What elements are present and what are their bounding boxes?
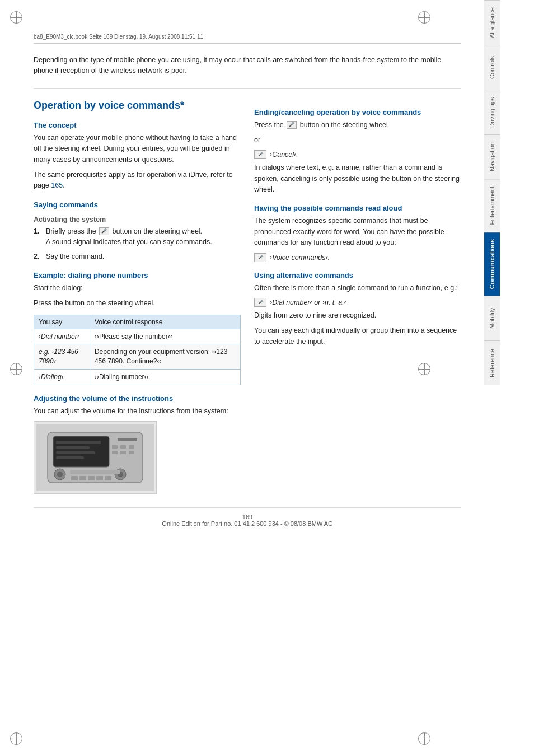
table-header-say: You say xyxy=(34,315,90,329)
sidebar-tab-driving-tips[interactable]: Driving tips xyxy=(484,90,500,134)
table-header-response: Voice control response xyxy=(90,315,240,329)
voice-icon-commands: 🎤 xyxy=(254,253,266,262)
svg-rect-14 xyxy=(129,445,134,449)
svg-rect-12 xyxy=(112,445,118,449)
svg-rect-5 xyxy=(56,451,95,454)
voice-commands-text: ›Voice commands‹. xyxy=(270,254,330,262)
table-row: e.g. ›123 456 7890‹Depending on your equ… xyxy=(34,344,241,370)
svg-rect-19 xyxy=(71,476,78,480)
step-2: 2. Say the command. xyxy=(34,251,241,262)
page-165-link[interactable]: 165 xyxy=(51,181,63,189)
read-aloud-heading: Having the possible commands read aloud xyxy=(254,204,461,212)
main-section-title: Operation by voice commands* xyxy=(34,99,241,112)
svg-rect-17 xyxy=(129,451,134,454)
sidebar-tab-mobility[interactable]: Mobility xyxy=(484,296,500,340)
cancel-command: 🎤 ›Cancel‹. xyxy=(254,150,461,159)
voice-icon-dial: 🎤 xyxy=(254,298,266,307)
corner-mark-ml xyxy=(10,363,22,375)
sidebar-tab-reference[interactable]: Reference xyxy=(484,340,500,385)
table-cell-say: ›Dialing‹ xyxy=(34,370,90,385)
dial-number-alt-cmd: 🎤 ›Dial number‹ or ›n. t. a.‹ xyxy=(254,298,461,307)
step-1: 1. Briefly press the 🎤 button on the ste… xyxy=(34,226,241,248)
svg-rect-16 xyxy=(120,451,126,454)
sidebar-tab-at-a-glance[interactable]: At a glance xyxy=(484,0,500,45)
table-cell-response: ››Please say the number‹‹ xyxy=(90,329,240,344)
corner-mark-mr xyxy=(418,363,430,375)
concept-heading: The concept xyxy=(34,121,241,129)
svg-rect-18 xyxy=(70,470,120,474)
corner-mark-tl xyxy=(10,11,22,24)
table-cell-say: ›Dial number‹ xyxy=(34,329,90,344)
svg-rect-3 xyxy=(56,441,101,444)
chapter-sidebar: At a glanceControlsDriving tipsNavigatio… xyxy=(484,0,534,756)
dialog-table: You say Voice control response ›Dial num… xyxy=(34,315,241,385)
saying-commands-heading: Saying commands xyxy=(34,200,241,209)
svg-rect-6 xyxy=(56,456,84,459)
alt-commands-para2: Digits from zero to nine are recognized. xyxy=(254,310,461,321)
svg-point-8 xyxy=(57,472,63,477)
dial-alt-text: ›Dial number‹ or ›n. t. a.‹ xyxy=(270,298,346,306)
alt-commands-heading: Using alternative commands xyxy=(254,271,461,279)
sidebar-tab-communications[interactable]: Communications xyxy=(484,232,500,296)
adjusting-volume-text: You can adjust the volume for the instru… xyxy=(34,406,241,417)
alt-commands-para1: Often there is more than a single comman… xyxy=(254,283,461,293)
divider xyxy=(34,88,461,89)
table-cell-response: ››Dialing number‹‹ xyxy=(90,370,240,385)
corner-mark-br xyxy=(418,732,430,745)
svg-rect-23 xyxy=(105,476,111,480)
svg-rect-4 xyxy=(56,446,90,449)
table-cell-say: e.g. ›123 456 7890‹ xyxy=(34,344,90,370)
svg-rect-20 xyxy=(79,476,86,480)
sidebar-tab-navigation[interactable]: Navigation xyxy=(484,134,500,179)
left-column: Operation by voice commands* The concept… xyxy=(34,99,241,494)
table-row: ›Dial number‹››Please say the number‹‹ xyxy=(34,329,241,344)
table-row: ›Dialing‹››Dialing number‹‹ xyxy=(34,370,241,385)
cancel-cmd-text: ›Cancel‹. xyxy=(270,151,298,158)
table-cell-response: Depending on your equipment version: ››1… xyxy=(90,344,240,370)
voice-icon-cancel: 🎤 xyxy=(254,150,266,159)
ending-canceling-heading: Ending/canceling operation by voice comm… xyxy=(254,108,461,116)
ending-or-text: or xyxy=(254,135,461,146)
page-number: 169 xyxy=(34,514,461,520)
page-footer: 169 Online Edition for Part no. 01 41 2 … xyxy=(34,507,461,527)
voice-button-icon-2: 🎤 xyxy=(287,121,297,129)
activating-sub-heading: Activating the system xyxy=(34,216,241,223)
svg-rect-11 xyxy=(118,438,137,441)
svg-rect-22 xyxy=(96,476,103,480)
alt-commands-para3: You can say each digit individually or g… xyxy=(254,325,461,347)
svg-rect-15 xyxy=(112,451,118,454)
car-dashboard-image xyxy=(34,421,157,494)
adjusting-volume-heading: Adjusting the volume of the instructions xyxy=(34,394,241,403)
corner-mark-bl xyxy=(10,732,22,745)
concept-para2: The same prerequisites apply as for oper… xyxy=(34,170,241,192)
corner-mark-tr xyxy=(418,11,430,24)
press-button-text: Press the button on the steering wheel. xyxy=(34,298,241,309)
step-1-text: Briefly press the 🎤 button on the steeri… xyxy=(46,226,212,248)
car-dashboard-svg xyxy=(36,424,154,491)
step-2-number: 2. xyxy=(34,251,46,262)
example-dialing-heading: Example: dialing phone numbers xyxy=(34,271,241,279)
ending-note: In dialogs where text, e.g. a name, rath… xyxy=(254,162,461,195)
start-dialog-text: Start the dialog: xyxy=(34,283,241,293)
read-aloud-para1: The system recognizes specific commands … xyxy=(254,216,461,248)
header-bar: ba8_E90M3_cic.book Seite 169 Dienstag, 1… xyxy=(34,34,461,44)
step-2-text: Say the command. xyxy=(46,251,104,262)
svg-rect-21 xyxy=(88,476,95,480)
intro-paragraph: Depending on the type of mobile phone yo… xyxy=(34,55,461,76)
sidebar-tab-entertainment[interactable]: Entertainment xyxy=(484,179,500,231)
step-1-number: 1. xyxy=(34,226,46,248)
voice-button-icon: 🎤 xyxy=(99,227,109,235)
svg-rect-13 xyxy=(120,445,126,449)
online-edition: Online Edition for Part no. 01 41 2 600 … xyxy=(34,520,461,527)
ending-press-text: Press the 🎤 button on the steering wheel xyxy=(254,120,461,130)
file-reference: ba8_E90M3_cic.book Seite 169 Dienstag, 1… xyxy=(34,34,203,40)
concept-para1: You can operate your mobile phone withou… xyxy=(34,133,241,165)
voice-commands-cmd: 🎤 ›Voice commands‹. xyxy=(254,253,461,262)
right-column: Ending/canceling operation by voice comm… xyxy=(254,99,461,494)
sidebar-tab-controls[interactable]: Controls xyxy=(484,45,500,90)
